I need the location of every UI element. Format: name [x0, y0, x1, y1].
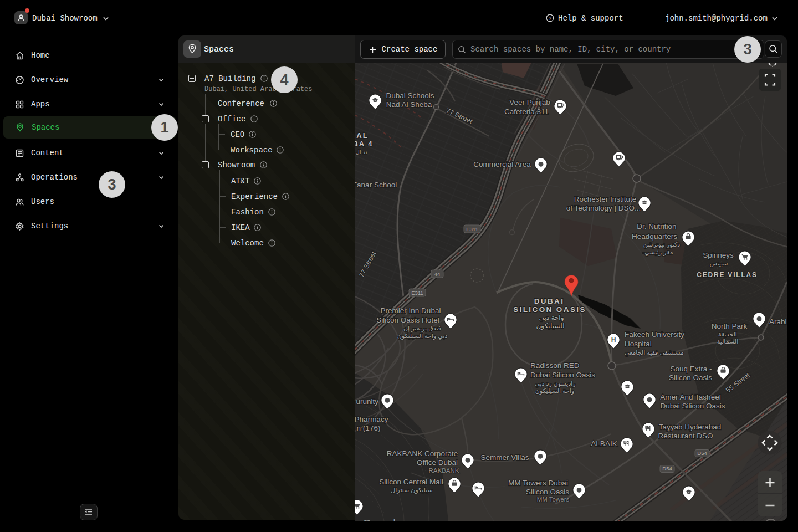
- svg-text:ند ال: ند ال: [356, 149, 367, 155]
- svg-text:Spinneys: Spinneys: [703, 251, 734, 259]
- svg-text:Google: Google: [362, 517, 403, 521]
- svg-text:دبي واحة السيليكون: دبي واحة السيليكون: [397, 332, 448, 340]
- svg-text:MM Towers: MM Towers: [537, 496, 570, 503]
- svg-text:E311: E311: [411, 290, 423, 296]
- svg-text:Semmer Villas: Semmer Villas: [481, 453, 529, 462]
- svg-text:Radisson RED: Radisson RED: [530, 361, 580, 370]
- svg-text:Veer Punjab: Veer Punjab: [509, 98, 550, 106]
- svg-text:Hospital: Hospital: [625, 340, 652, 348]
- svg-text:Dubai Schools: Dubai Schools: [386, 91, 434, 100]
- svg-text:Amer And Tasheel: Amer And Tasheel: [660, 393, 720, 401]
- svg-text:urunity: urunity: [356, 397, 378, 406]
- svg-text:CEDRE VILLAS: CEDRE VILLAS: [697, 271, 758, 279]
- svg-text:E311: E311: [466, 226, 478, 232]
- svg-text:RAKBANK: RAKBANK: [429, 467, 459, 474]
- svg-text:Headquarters: Headquarters: [632, 232, 677, 241]
- svg-text:للسيليكون: للسيليكون: [536, 322, 564, 330]
- svg-text:Commercial Area: Commercial Area: [473, 160, 531, 168]
- svg-text:Pharmacy: Pharmacy: [355, 415, 388, 423]
- svg-text:Dr. Nutrition: Dr. Nutrition: [637, 222, 676, 231]
- svg-text:سبينس: سبينس: [709, 260, 728, 267]
- svg-text:MM Towers Dubai: MM Towers Dubai: [508, 479, 568, 487]
- svg-text:Dubai Silicon Oasis: Dubai Silicon Oasis: [530, 371, 595, 379]
- svg-text:Silicon Oasis Hotel: Silicon Oasis Hotel: [376, 316, 439, 324]
- svg-text:Silicon Oasis: Silicon Oasis: [526, 488, 569, 496]
- svg-text:فندق بريمير إن: فندق بريمير إن: [403, 325, 441, 332]
- svg-text:H: H: [611, 336, 616, 344]
- svg-text:-: -: [642, 249, 644, 255]
- svg-text:مستشفى فقيه الجامعي: مستشفى فقيه الجامعي: [625, 349, 684, 356]
- svg-text:ALBAIK: ALBAIK: [591, 439, 617, 448]
- svg-text:BA 4: BA 4: [355, 140, 374, 148]
- svg-text:Fanar School: Fanar School: [355, 181, 397, 189]
- svg-text:AL: AL: [356, 131, 368, 140]
- svg-text:of Technology | DSO...: of Technology | DSO...: [566, 204, 641, 212]
- svg-text:Souq Extra -: Souq Extra -: [670, 365, 712, 373]
- svg-text:SILICON OASIS: SILICON OASIS: [513, 305, 586, 314]
- svg-text:Arabi: Arabi: [769, 318, 787, 326]
- svg-text:الحديقة: الحديقة: [718, 331, 737, 337]
- svg-text:Restaurant DSO: Restaurant DSO: [658, 432, 713, 440]
- svg-text:دكتور نيوترشن: دكتور نيوترشن: [643, 241, 680, 248]
- svg-text:Nad Al Sheba: Nad Al Sheba: [386, 100, 432, 109]
- svg-text:Tayyab Hyderabad: Tayyab Hyderabad: [659, 423, 722, 431]
- svg-text:سيليكون سنترال: سيليكون سنترال: [391, 487, 432, 494]
- svg-text:Dubai Silicon Oasis: Dubai Silicon Oasis: [660, 402, 725, 410]
- svg-text:Office Dubai: Office Dubai: [417, 458, 458, 467]
- svg-text:?: ?: [549, 16, 551, 21]
- svg-text:Rochester Institute: Rochester Institute: [574, 195, 637, 203]
- svg-text:Cafeteria 311: Cafeteria 311: [504, 108, 549, 116]
- svg-text:RAKBANK Corporate: RAKBANK Corporate: [387, 449, 458, 458]
- svg-text:راديسون رد دبي: راديسون رد دبي: [535, 380, 575, 387]
- svg-text:North Park: North Park: [712, 322, 748, 330]
- svg-text:D54: D54: [697, 450, 707, 456]
- svg-text:Fakeeh University: Fakeeh University: [625, 330, 684, 339]
- svg-text:Silicon Oasis: Silicon Oasis: [669, 374, 712, 382]
- svg-text:D54: D54: [662, 466, 672, 472]
- svg-text:DUBAI: DUBAI: [534, 297, 565, 305]
- svg-text:Silicon Central Mall: Silicon Central Mall: [379, 478, 443, 486]
- svg-text:n (176): n (176): [357, 424, 381, 432]
- svg-text:Premier Inn Dubai: Premier Inn Dubai: [381, 306, 441, 315]
- svg-text:44: 44: [434, 271, 441, 277]
- svg-text:واحة السيليكون: واحة السيليكون: [535, 387, 574, 395]
- svg-text:مقر رئيسي: مقر رئيسي: [644, 249, 673, 256]
- svg-text:الشمالية: الشمالية: [717, 338, 739, 345]
- svg-text:واحة دبي: واحة دبي: [539, 314, 564, 322]
